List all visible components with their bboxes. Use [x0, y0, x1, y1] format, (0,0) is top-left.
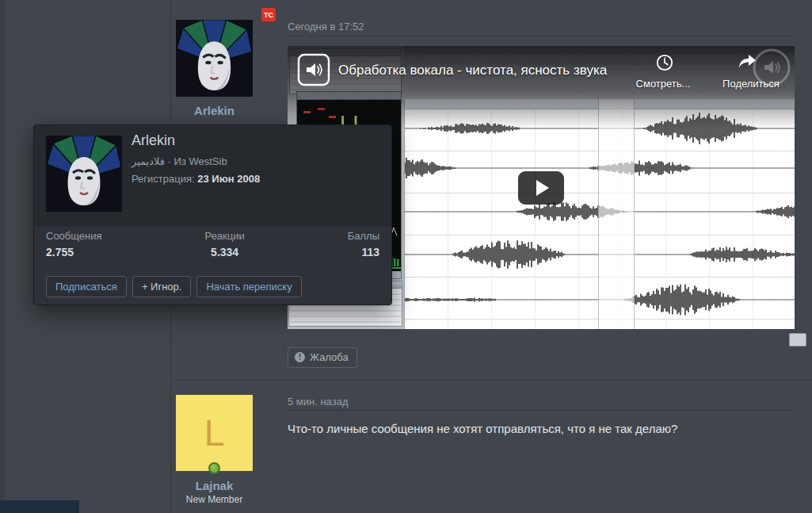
stat-reactions: Реакции 5.334: [205, 230, 245, 258]
posts-divider: [175, 380, 812, 381]
post2-message: Что-то личные сообщения не хотят отправл…: [288, 421, 779, 437]
profile-card-actions: Подписаться + Игнор. Начать переписку: [46, 276, 302, 297]
ignore-button[interactable]: + Игнор.: [132, 276, 192, 297]
registration-date: 23 Июн 2008: [197, 173, 260, 185]
post2-timestamp[interactable]: 5 мин. назад: [288, 396, 348, 408]
username-lajnak[interactable]: Lajnak: [176, 479, 253, 492]
video-play-button[interactable]: [518, 171, 564, 205]
browser-status-bar: [0, 500, 79, 513]
play-icon: [536, 180, 549, 196]
username-arlekin[interactable]: Arlekin: [176, 104, 253, 117]
avatar-letter: L: [204, 412, 225, 454]
follow-button[interactable]: Подписаться: [46, 276, 127, 297]
video-title: Обработка вокала - чистота, ясность звук…: [338, 63, 607, 78]
registration-label: Регистрация:: [132, 173, 195, 185]
watch-later-icon[interactable]: [656, 54, 673, 71]
profile-card-subtitle: فلاديمير · Из WestSib: [132, 155, 227, 167]
profile-card-stats: Сообщения 2.755 Реакции 5.334 Баллы 113: [46, 230, 379, 258]
thread-starter-badge: TC: [261, 8, 276, 21]
post2-divider: [288, 410, 795, 411]
stat-points: Баллы 113: [348, 230, 379, 258]
quick-nav-button[interactable]: [789, 333, 806, 346]
post1-timestamp[interactable]: Сегодня в 17:52: [288, 21, 364, 33]
profile-card-name[interactable]: Arlekin: [132, 132, 175, 149]
report-label: Жалоба: [310, 351, 349, 363]
avatar-lajnak[interactable]: L: [176, 395, 253, 471]
start-conversation-button[interactable]: Начать переписку: [196, 276, 301, 297]
profile-card-registration: Регистрация: 23 Июн 2008: [132, 173, 260, 185]
channel-speaker-icon[interactable]: [297, 53, 330, 86]
post1-divider: [288, 36, 795, 36]
waveform-selection: [598, 99, 635, 329]
avatar-arlekin[interactable]: [176, 20, 253, 97]
user-title: New Member: [176, 494, 253, 505]
online-status-icon: [208, 462, 220, 474]
member-profile-tooltip: Arlekin فلاديمير · Из WestSib Регистраци…: [33, 124, 392, 305]
stat-messages: Сообщения 2.755: [46, 230, 102, 258]
jester-avatar-image: [46, 136, 122, 212]
jester-avatar-image: [176, 20, 253, 97]
profile-card-avatar[interactable]: [46, 136, 122, 212]
video-watermark-speaker-icon: [752, 48, 791, 87]
report-button[interactable]: ! Жалоба: [288, 347, 357, 368]
watch-later-label[interactable]: Смотреть...: [620, 78, 706, 90]
forum-thread-page: TC Arlekin Сегодня в 17:52: [0, 0, 812, 513]
report-icon: !: [295, 352, 305, 362]
page-left-edge: [0, 0, 5, 513]
